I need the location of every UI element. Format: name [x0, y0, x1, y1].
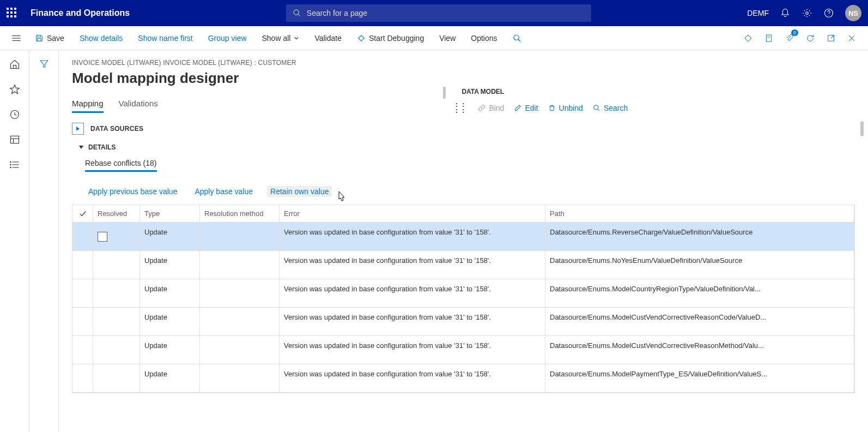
th-type[interactable]: Type — [140, 205, 200, 222]
filter-pane[interactable] — [29, 50, 59, 432]
table-row[interactable]: UpdateVersion was updated in base config… — [72, 308, 854, 336]
close-icon[interactable] — [846, 33, 857, 44]
cell-path: Datasource/Enums.ModelCustVendCorrective… — [545, 336, 854, 364]
cell-resolved[interactable] — [93, 308, 140, 335]
filter-icon — [39, 59, 49, 69]
svg-rect-22 — [13, 65, 16, 69]
cell-path: Datasource/Enums.ModelCountryRegionType/… — [545, 279, 854, 307]
table-row[interactable]: UpdateVersion was updated in base config… — [72, 279, 854, 308]
cell-type: Update — [140, 336, 200, 364]
th-path[interactable]: Path — [545, 205, 854, 222]
svg-line-1 — [298, 14, 300, 16]
bind-button: Bind — [478, 104, 504, 112]
start-debugging-button[interactable]: Start Debugging — [349, 26, 432, 50]
checkbox[interactable] — [98, 232, 107, 242]
home-icon[interactable] — [9, 59, 20, 70]
svg-marker-35 — [76, 127, 80, 131]
cell-resolution-method — [200, 223, 280, 250]
refresh-icon[interactable] — [805, 33, 816, 44]
show-all-dropdown[interactable]: Show all — [254, 26, 307, 50]
table-row[interactable]: UpdateVersion was updated in base config… — [72, 336, 854, 364]
svg-line-15 — [518, 39, 520, 41]
row-selector[interactable] — [72, 223, 93, 250]
table-row[interactable]: UpdateVersion was updated in base config… — [72, 364, 854, 393]
module-icon[interactable] — [9, 134, 20, 145]
details-toggle[interactable]: DETAILS — [78, 143, 855, 151]
diamond-icon[interactable] — [743, 33, 754, 44]
table-row[interactable]: UpdateVersion was updated in base config… — [72, 251, 854, 279]
pencil-icon — [514, 104, 521, 112]
table-row[interactable]: UpdateVersion was updated in base config… — [72, 223, 854, 251]
row-selector[interactable] — [72, 364, 93, 392]
global-search[interactable] — [286, 4, 591, 22]
search-icon — [513, 34, 521, 43]
row-selector[interactable] — [72, 279, 93, 307]
apply-previous-base-value-link[interactable]: Apply previous base value — [85, 186, 180, 197]
clock-icon[interactable] — [9, 109, 20, 120]
expand-data-sources-button[interactable] — [72, 123, 84, 135]
validate-button[interactable]: Validate — [307, 26, 349, 50]
cell-resolved[interactable] — [93, 336, 140, 364]
tab-mapping[interactable]: Mapping — [72, 99, 104, 113]
save-button[interactable]: Save — [27, 26, 72, 50]
tabs: Mapping Validations — [72, 99, 440, 113]
th-resolution-method[interactable]: Resolution method — [200, 205, 280, 222]
unbind-button[interactable]: Unbind — [548, 104, 583, 112]
svg-point-14 — [514, 35, 519, 40]
gear-icon[interactable] — [802, 8, 812, 19]
details-label: DETAILS — [88, 143, 116, 151]
cell-error: Version was updated in base configuratio… — [280, 336, 545, 364]
app-title: Finance and Operations — [31, 8, 130, 18]
th-error[interactable]: Error — [280, 205, 545, 222]
th-resolved[interactable]: Resolved — [93, 205, 140, 222]
search-icon — [593, 104, 600, 112]
list-icon[interactable] — [9, 159, 20, 170]
cell-error: Version was updated in base configuratio… — [280, 223, 545, 250]
view-button[interactable]: View — [432, 26, 463, 50]
user-avatar[interactable]: NS — [845, 5, 861, 21]
select-all-checkbox[interactable] — [72, 205, 93, 222]
apply-base-value-link[interactable]: Apply base value — [191, 186, 256, 197]
debug-icon — [357, 34, 366, 43]
cell-type: Update — [140, 364, 200, 392]
tab-validations[interactable]: Validations — [119, 99, 158, 113]
search-input[interactable] — [307, 9, 585, 17]
top-header: Finance and Operations DEMF NS — [0, 0, 868, 26]
help-icon[interactable] — [823, 8, 834, 19]
dm-search-button[interactable]: Search — [593, 104, 628, 112]
group-view-button[interactable]: Group view — [201, 26, 254, 50]
svg-marker-34 — [40, 61, 48, 67]
cell-resolved[interactable] — [93, 223, 140, 250]
row-selector[interactable] — [72, 336, 93, 364]
options-button[interactable]: Options — [463, 26, 505, 50]
hamburger-icon[interactable] — [5, 34, 27, 42]
cell-error: Version was updated in base configuratio… — [280, 279, 545, 307]
right-scrollbar-thumb[interactable] — [860, 121, 864, 136]
cell-type: Update — [140, 251, 200, 279]
show-details-button[interactable]: Show details — [72, 26, 130, 50]
cursor-icon — [336, 190, 347, 203]
cell-resolved[interactable] — [93, 364, 140, 392]
grip-icon[interactable] — [456, 103, 468, 113]
cell-path: Datasource/Enums.ModelCustVendCorrective… — [545, 308, 854, 335]
edit-button[interactable]: Edit — [514, 104, 538, 112]
row-selector[interactable] — [72, 251, 93, 279]
splitter-handle[interactable] — [443, 87, 446, 99]
bell-icon[interactable] — [780, 8, 791, 19]
popout-icon[interactable] — [825, 33, 836, 44]
attachment-icon[interactable]: 0 — [784, 33, 795, 44]
company-label[interactable]: DEMF — [747, 9, 769, 17]
data-sources-label: DATA SOURCES — [90, 125, 143, 133]
cell-resolved[interactable] — [93, 279, 140, 307]
retain-own-value-link[interactable]: Retain own value — [267, 186, 332, 197]
app-launcher-icon[interactable] — [7, 8, 17, 19]
row-selector[interactable] — [72, 308, 93, 335]
star-icon[interactable] — [9, 84, 20, 95]
subtab-rebase-conflicts[interactable]: Rebase conflicts (18) — [85, 159, 157, 172]
page-icon[interactable] — [763, 33, 774, 44]
cell-resolved[interactable] — [93, 251, 140, 279]
svg-rect-25 — [10, 136, 19, 143]
svg-marker-38 — [79, 146, 83, 149]
show-name-first-button[interactable]: Show name first — [130, 26, 200, 50]
search-command-button[interactable] — [505, 26, 532, 50]
